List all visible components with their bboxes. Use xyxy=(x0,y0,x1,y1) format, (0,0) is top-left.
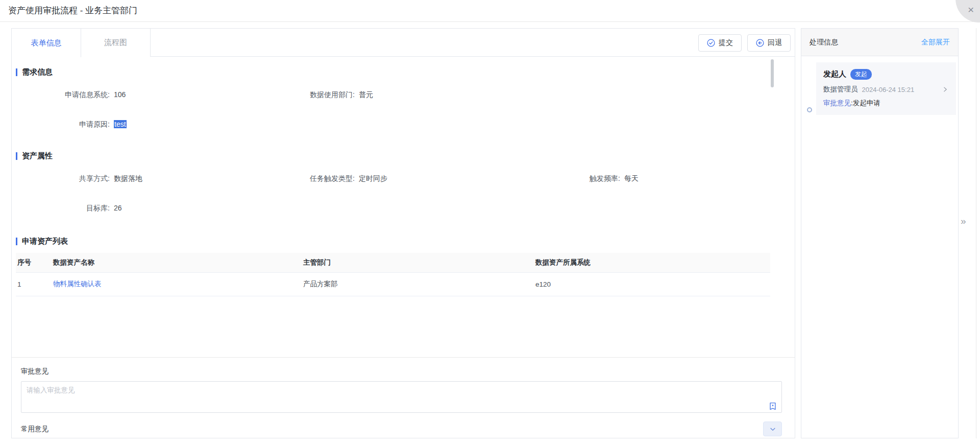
field-value: 定时同步 xyxy=(359,174,387,183)
page-title: 资产使用审批流程 - 业务主管部门 xyxy=(0,0,980,21)
field-trigger-freq: 触发频率: 每天 xyxy=(557,174,791,183)
section-asset-attrs: 资产属性 xyxy=(16,151,791,161)
field-apply-reason: 申请原因: test xyxy=(16,120,286,129)
field-share-mode: 共享方式: 数据落地 xyxy=(16,174,286,183)
asset-name-link[interactable]: 物料属性确认表 xyxy=(53,280,102,288)
field-value: 普元 xyxy=(359,90,373,100)
process-opinion-value: :发起申请 xyxy=(851,99,880,107)
tab-form-info-label: 表单信息 xyxy=(31,38,62,48)
section-asset-title: 资产属性 xyxy=(22,151,53,161)
section-asset-list-title: 申请资产列表 xyxy=(22,237,68,246)
process-role: 发起人 xyxy=(823,69,846,79)
approval-footer: 审批意见 常用意见 xyxy=(12,357,795,438)
submit-button[interactable]: 提交 xyxy=(698,34,742,52)
field-value: 数据落地 xyxy=(114,174,142,183)
process-opinion-label: 审批意见 xyxy=(823,99,851,107)
field-target-db: 目标库: 26 xyxy=(16,204,286,213)
field-label: 触发频率: xyxy=(557,174,620,183)
approval-opinion-label: 审批意见 xyxy=(21,367,782,376)
field-apply-system: 申请信息系统: 106 xyxy=(16,90,286,100)
process-panel-title: 处理信息 xyxy=(810,38,838,47)
approval-opinion-input[interactable] xyxy=(21,381,782,413)
section-accent-bar xyxy=(16,238,17,245)
rollback-button-label: 回退 xyxy=(768,38,782,48)
field-label: 申请原因: xyxy=(16,120,110,129)
cell-system: e120 xyxy=(534,272,770,296)
tab-flow-chart-label: 流程图 xyxy=(104,38,127,48)
vertical-scrollbar-thumb[interactable] xyxy=(771,59,774,87)
form-panel: 表单信息 流程图 提交 回退 xyxy=(11,28,795,438)
chevron-right-icon[interactable] xyxy=(942,86,949,93)
field-value: 每天 xyxy=(624,174,639,183)
section-demand-title: 需求信息 xyxy=(22,67,53,77)
cell-index: 1 xyxy=(16,272,52,296)
form-content: 需求信息 申请信息系统: 106 数据使用部门: 普元 申请原因: test 资… xyxy=(12,67,795,296)
process-panel-header: 处理信息 全部展开 xyxy=(801,29,958,56)
close-icon[interactable]: × xyxy=(968,4,974,15)
chevron-down-icon xyxy=(769,426,776,433)
process-timeline: 发起人 发起 数据管理员 2024-06-24 15:21 审批意见:发起申请 xyxy=(801,62,958,115)
toolbar: 提交 回退 xyxy=(698,29,791,57)
field-task-trigger-type: 任务触发类型: 定时同步 xyxy=(286,174,557,183)
common-opinion-dropdown-button[interactable] xyxy=(763,422,782,436)
col-header-asset-name: 数据资产名称 xyxy=(52,253,302,272)
field-data-use-dept: 数据使用部门: 普元 xyxy=(286,90,557,100)
col-header-dept: 主管部门 xyxy=(302,253,534,272)
section-accent-bar xyxy=(16,68,17,76)
field-label: 数据使用部门: xyxy=(286,90,355,100)
panel-edge-divider xyxy=(976,28,976,438)
section-asset-list: 申请资产列表 xyxy=(16,237,791,246)
status-badge: 发起 xyxy=(850,69,872,80)
back-circle-icon xyxy=(756,39,764,47)
process-panel: 处理信息 全部展开 发起人 发起 数据管理员 2024-06-24 15:21 … xyxy=(801,28,959,438)
tab-strip: 表单信息 流程图 提交 回退 xyxy=(12,29,795,57)
bookmark-opinion-icon[interactable] xyxy=(768,402,777,411)
field-label: 任务触发类型: xyxy=(286,174,355,183)
expand-all-link[interactable]: 全部展开 xyxy=(921,38,950,47)
field-value: 106 xyxy=(114,90,126,99)
field-value-selected-text[interactable]: test xyxy=(114,120,127,128)
col-header-index: 序号 xyxy=(16,253,52,272)
tab-form-info[interactable]: 表单信息 xyxy=(12,29,81,57)
check-circle-icon xyxy=(707,39,715,47)
field-label: 申请信息系统: xyxy=(16,90,110,100)
submit-button-label: 提交 xyxy=(719,38,733,48)
timeline-node-icon xyxy=(807,107,812,112)
tab-flow-chart[interactable]: 流程图 xyxy=(81,29,151,57)
window-titlebar: 资产使用审批流程 - 业务主管部门 × xyxy=(0,0,980,22)
section-accent-bar xyxy=(16,152,17,160)
section-demand-info: 需求信息 xyxy=(16,67,791,77)
field-value: 26 xyxy=(114,204,122,212)
process-user: 数据管理员 xyxy=(823,85,858,94)
collapse-panel-icon[interactable]: » xyxy=(961,216,966,227)
process-card[interactable]: 发起人 发起 数据管理员 2024-06-24 15:21 审批意见:发起申请 xyxy=(816,62,956,115)
common-opinion-label: 常用意见 xyxy=(21,425,48,434)
cell-dept: 产品方案部 xyxy=(302,272,534,296)
rollback-button[interactable]: 回退 xyxy=(747,34,791,52)
process-time: 2024-06-24 15:21 xyxy=(862,86,915,94)
asset-table: 序号 数据资产名称 主管部门 数据资产所属系统 1 物料属性确认表 产品方案部 … xyxy=(16,253,770,296)
table-row: 1 物料属性确认表 产品方案部 e120 xyxy=(16,272,770,296)
col-header-system: 数据资产所属系统 xyxy=(534,253,770,272)
field-label: 共享方式: xyxy=(16,174,110,183)
field-label: 目标库: xyxy=(16,204,110,213)
asset-table-header-row: 序号 数据资产名称 主管部门 数据资产所属系统 xyxy=(16,253,770,272)
